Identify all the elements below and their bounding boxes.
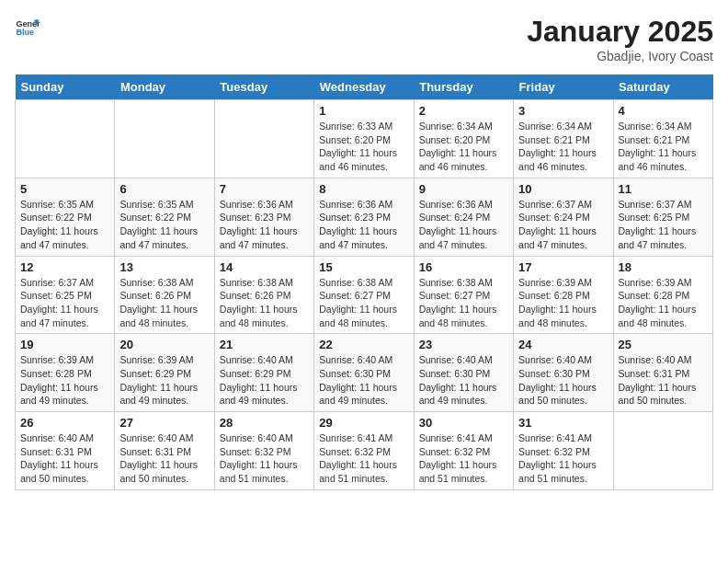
day-number: 11 — [619, 182, 708, 196]
logo: General Blue — [15, 15, 40, 40]
day-number: 9 — [419, 182, 508, 196]
calendar-cell: 1Sunrise: 6:33 AMSunset: 6:20 PMDaylight… — [314, 100, 414, 178]
day-info: Sunrise: 6:40 AMSunset: 6:30 PMDaylight:… — [319, 353, 408, 408]
day-info: Sunrise: 6:37 AMSunset: 6:25 PMDaylight:… — [20, 276, 109, 330]
weekday-header-thursday: Thursday — [414, 75, 513, 100]
calendar-cell: 15Sunrise: 6:38 AMSunset: 6:27 PMDayligh… — [314, 256, 414, 334]
calendar-cell: 14Sunrise: 6:38 AMSunset: 6:26 PMDayligh… — [214, 256, 313, 334]
day-info: Sunrise: 6:39 AMSunset: 6:28 PMDaylight:… — [20, 353, 109, 408]
calendar-cell: 31Sunrise: 6:41 AMSunset: 6:32 PMDayligh… — [514, 412, 613, 490]
page-header: General Blue January 2025 Gbadjie, Ivory… — [15, 15, 713, 63]
day-info: Sunrise: 6:38 AMSunset: 6:27 PMDaylight:… — [319, 276, 408, 330]
day-number: 27 — [119, 416, 209, 430]
calendar-cell: 30Sunrise: 6:41 AMSunset: 6:32 PMDayligh… — [414, 412, 513, 490]
day-number: 21 — [220, 338, 309, 351]
calendar-cell: 17Sunrise: 6:39 AMSunset: 6:28 PMDayligh… — [514, 256, 613, 334]
day-number: 14 — [220, 260, 309, 274]
day-number: 30 — [419, 416, 508, 430]
calendar-cell: 24Sunrise: 6:40 AMSunset: 6:30 PMDayligh… — [514, 334, 613, 412]
day-info: Sunrise: 6:40 AMSunset: 6:29 PMDaylight:… — [220, 353, 309, 408]
day-number: 22 — [319, 338, 408, 351]
calendar-cell: 2Sunrise: 6:34 AMSunset: 6:20 PMDaylight… — [414, 100, 513, 178]
day-number: 12 — [20, 260, 109, 274]
day-info: Sunrise: 6:33 AMSunset: 6:20 PMDaylight:… — [319, 120, 408, 174]
day-info: Sunrise: 6:36 AMSunset: 6:23 PMDaylight:… — [319, 198, 408, 252]
day-number: 4 — [619, 104, 708, 118]
day-info: Sunrise: 6:36 AMSunset: 6:24 PMDaylight:… — [419, 198, 508, 252]
calendar-cell: 3Sunrise: 6:34 AMSunset: 6:21 PMDaylight… — [514, 100, 613, 178]
day-info: Sunrise: 6:37 AMSunset: 6:25 PMDaylight:… — [619, 198, 708, 252]
day-number: 31 — [518, 416, 608, 430]
weekday-header-saturday: Saturday — [613, 75, 712, 100]
day-info: Sunrise: 6:40 AMSunset: 6:31 PMDaylight:… — [619, 353, 708, 408]
day-info: Sunrise: 6:36 AMSunset: 6:23 PMDaylight:… — [220, 198, 309, 252]
calendar-cell: 22Sunrise: 6:40 AMSunset: 6:30 PMDayligh… — [314, 334, 414, 412]
day-number: 3 — [518, 104, 608, 118]
calendar-cell: 20Sunrise: 6:39 AMSunset: 6:29 PMDayligh… — [115, 334, 214, 412]
day-number: 15 — [319, 260, 408, 274]
day-info: Sunrise: 6:35 AMSunset: 6:22 PMDaylight:… — [20, 198, 109, 252]
calendar-cell: 19Sunrise: 6:39 AMSunset: 6:28 PMDayligh… — [16, 334, 115, 412]
day-number: 7 — [220, 182, 309, 196]
day-number: 16 — [419, 260, 508, 274]
day-number: 28 — [220, 416, 309, 430]
day-number: 1 — [319, 104, 408, 118]
calendar-cell: 5Sunrise: 6:35 AMSunset: 6:22 PMDaylight… — [16, 178, 115, 256]
calendar-cell — [613, 412, 712, 490]
month-title: January 2025 — [527, 15, 713, 49]
day-number: 10 — [518, 182, 608, 196]
calendar-cell: 21Sunrise: 6:40 AMSunset: 6:29 PMDayligh… — [214, 334, 313, 412]
day-number: 18 — [619, 260, 708, 274]
day-number: 26 — [20, 416, 109, 430]
day-number: 6 — [119, 182, 209, 196]
day-number: 24 — [518, 338, 608, 351]
calendar-week-row: 19Sunrise: 6:39 AMSunset: 6:28 PMDayligh… — [16, 334, 713, 412]
weekday-header-sunday: Sunday — [16, 75, 115, 100]
day-info: Sunrise: 6:34 AMSunset: 6:21 PMDaylight:… — [518, 120, 608, 174]
calendar-cell: 4Sunrise: 6:34 AMSunset: 6:21 PMDaylight… — [613, 100, 712, 178]
day-number: 8 — [319, 182, 408, 196]
calendar-week-row: 26Sunrise: 6:40 AMSunset: 6:31 PMDayligh… — [16, 412, 713, 490]
calendar-cell — [16, 100, 115, 178]
svg-text:Blue: Blue — [16, 28, 34, 37]
day-info: Sunrise: 6:40 AMSunset: 6:31 PMDaylight:… — [119, 431, 209, 486]
day-number: 23 — [419, 338, 508, 351]
weekday-header-monday: Monday — [115, 75, 214, 100]
calendar-week-row: 1Sunrise: 6:33 AMSunset: 6:20 PMDaylight… — [16, 100, 713, 178]
calendar-cell: 18Sunrise: 6:39 AMSunset: 6:28 PMDayligh… — [613, 256, 712, 334]
calendar-cell — [115, 100, 214, 178]
calendar-cell: 16Sunrise: 6:38 AMSunset: 6:27 PMDayligh… — [414, 256, 513, 334]
calendar-cell: 9Sunrise: 6:36 AMSunset: 6:24 PMDaylight… — [414, 178, 513, 256]
day-number: 13 — [119, 260, 209, 274]
day-info: Sunrise: 6:37 AMSunset: 6:24 PMDaylight:… — [518, 198, 608, 252]
day-info: Sunrise: 6:39 AMSunset: 6:28 PMDaylight:… — [518, 276, 608, 330]
calendar-cell: 7Sunrise: 6:36 AMSunset: 6:23 PMDaylight… — [214, 178, 313, 256]
calendar-cell: 28Sunrise: 6:40 AMSunset: 6:32 PMDayligh… — [214, 412, 313, 490]
day-info: Sunrise: 6:34 AMSunset: 6:20 PMDaylight:… — [419, 120, 508, 174]
day-number: 5 — [20, 182, 109, 196]
day-info: Sunrise: 6:34 AMSunset: 6:21 PMDaylight:… — [619, 120, 708, 174]
day-number: 20 — [119, 338, 209, 351]
calendar-cell: 26Sunrise: 6:40 AMSunset: 6:31 PMDayligh… — [16, 412, 115, 490]
weekday-header-tuesday: Tuesday — [214, 75, 313, 100]
calendar-cell: 8Sunrise: 6:36 AMSunset: 6:23 PMDaylight… — [314, 178, 414, 256]
weekday-header-wednesday: Wednesday — [314, 75, 414, 100]
logo-icon: General Blue — [15, 15, 40, 40]
day-info: Sunrise: 6:39 AMSunset: 6:28 PMDaylight:… — [619, 276, 708, 330]
location: Gbadjie, Ivory Coast — [527, 49, 713, 63]
day-info: Sunrise: 6:41 AMSunset: 6:32 PMDaylight:… — [319, 431, 408, 486]
calendar-cell — [214, 100, 313, 178]
day-info: Sunrise: 6:38 AMSunset: 6:27 PMDaylight:… — [419, 276, 508, 330]
day-info: Sunrise: 6:40 AMSunset: 6:30 PMDaylight:… — [518, 353, 608, 408]
calendar-cell: 11Sunrise: 6:37 AMSunset: 6:25 PMDayligh… — [613, 178, 712, 256]
calendar-cell: 10Sunrise: 6:37 AMSunset: 6:24 PMDayligh… — [514, 178, 613, 256]
weekday-header-row: SundayMondayTuesdayWednesdayThursdayFrid… — [16, 75, 713, 100]
calendar-cell: 27Sunrise: 6:40 AMSunset: 6:31 PMDayligh… — [115, 412, 214, 490]
title-block: January 2025 Gbadjie, Ivory Coast — [527, 15, 713, 63]
day-info: Sunrise: 6:38 AMSunset: 6:26 PMDaylight:… — [220, 276, 309, 330]
day-info: Sunrise: 6:40 AMSunset: 6:32 PMDaylight:… — [220, 431, 309, 486]
day-info: Sunrise: 6:41 AMSunset: 6:32 PMDaylight:… — [518, 431, 608, 486]
calendar-week-row: 5Sunrise: 6:35 AMSunset: 6:22 PMDaylight… — [16, 178, 713, 256]
weekday-header-friday: Friday — [514, 75, 613, 100]
calendar-cell: 12Sunrise: 6:37 AMSunset: 6:25 PMDayligh… — [16, 256, 115, 334]
